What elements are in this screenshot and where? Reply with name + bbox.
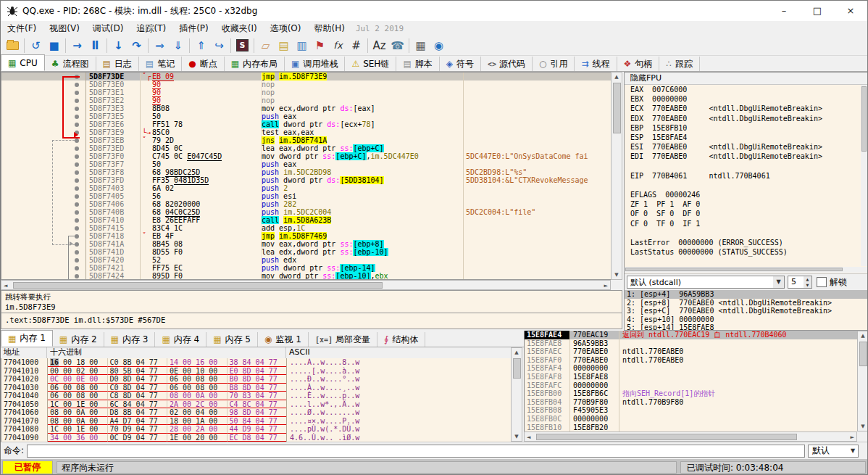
minimize-button[interactable]: – xyxy=(767,1,801,21)
attach-icon[interactable]: ↪ xyxy=(210,37,228,54)
stack-row[interactable]: 15E8FAF400000000 xyxy=(525,364,857,373)
step-into-icon[interactable]: ↓ xyxy=(109,37,128,54)
disasm-row[interactable]: 5D8F73F868 98BDC25Dpush im.5DC2BD985DC2B… xyxy=(1,168,611,176)
tab-struct[interactable]: ∮结构体 xyxy=(377,332,425,347)
dump-row[interactable]: 770410801C 00 1E 0070 D9 04 7728 00 2A 0… xyxy=(1,425,511,434)
disasm-row[interactable]: 5D8F741583C4 1Cadd esp,1C xyxy=(1,224,611,232)
tab-memory-map[interactable]: ▦内存布局 xyxy=(225,57,285,71)
step-out-icon[interactable]: ⇑ xyxy=(192,37,210,54)
disasm-vertical-scrollbar[interactable]: ▲ ▼ xyxy=(611,72,622,280)
calculator-icon[interactable]: ▦ xyxy=(412,37,430,54)
dump-row[interactable]: 770410200C 00 0E 00D0 8D 04 7706 00 08 0… xyxy=(1,375,511,384)
tab-breakpoints[interactable]: ●断点 xyxy=(182,57,224,71)
disasm-row[interactable]: 5D8F742052push edx xyxy=(1,256,611,264)
argument-row[interactable]: 2: [esp+8] 770EABE0 <ntdll.DbgUiRemoteBr… xyxy=(625,299,868,307)
stack-row[interactable]: 15E8FB08F45905E3 xyxy=(525,406,857,415)
disasm-row[interactable]: 5D8F73F0C745 0C E047C45Dmov dword ptr ss… xyxy=(1,152,611,160)
tab-memory-2[interactable]: ▦内存 2 xyxy=(53,332,104,347)
disasm-row[interactable]: 5D8F73E9└→85C0test eax,eax xyxy=(1,128,611,136)
tab-trace[interactable]: ∴跟踪 xyxy=(659,57,700,71)
arguments-panel[interactable]: 1: [esp+4] 96A59BB32: [esp+8] 770EABE0 <… xyxy=(625,290,868,330)
dump-row[interactable]: 7704107008 00 0A 00A4 D7 04 7718 00 1A 0… xyxy=(1,417,511,426)
disasm-row[interactable]: 5D8F7410E8 26EEFAFFcall im.5D8A623B xyxy=(1,216,611,224)
menu-item[interactable]: 调试(D) xyxy=(86,22,130,35)
argument-row[interactable]: 4: [esp+10] 00000000 xyxy=(625,315,868,324)
registers-vertical-scrollbar[interactable] xyxy=(861,85,868,266)
stack-row[interactable]: 15E8FB1015E8FB20 xyxy=(525,424,857,431)
registers-horizontal-scrollbar[interactable] xyxy=(625,267,868,273)
menu-item[interactable]: 帮助(H) xyxy=(307,22,351,35)
labels-icon[interactable]: ▥ xyxy=(293,37,311,54)
tab-threads[interactable]: ⇉线程 xyxy=(575,57,617,71)
disasm-row[interactable]: 5D8F73E290nop xyxy=(1,96,611,104)
dump-vertical-scrollbar[interactable]: ▲ ▼ xyxy=(511,347,522,442)
dump-row[interactable]: 7704101000 00 02 0080 5B 04 770E 00 10 0… xyxy=(1,367,511,376)
stack-row[interactable]: 15E8FAE896A59BB3 xyxy=(525,339,857,348)
memory-dump-panel[interactable]: 7704100016 00 18 00C0 8B 04 7714 00 16 0… xyxy=(1,358,511,442)
stack-row[interactable]: 15E8FAFC00000000 xyxy=(525,381,857,390)
stack-row[interactable]: 15E8FAF815E8FAE8 xyxy=(525,373,857,381)
tab-memory-4[interactable]: ▦内存 4 xyxy=(155,332,206,347)
comments-icon[interactable]: ▤ xyxy=(275,37,293,54)
dump-row[interactable]: 7704106008 00 0A 00D8 8B 04 7702 00 04 0… xyxy=(1,408,511,417)
tab-log[interactable]: ▤日志 xyxy=(96,57,139,71)
menu-item[interactable]: 选项(O) xyxy=(264,22,308,35)
execute-till-return-icon[interactable]: ⇓ xyxy=(169,37,187,54)
spin-up-icon[interactable]: ▲ xyxy=(804,276,811,282)
menu-item[interactable]: 追踪(T) xyxy=(130,22,172,35)
close-button[interactable]: × xyxy=(834,1,867,21)
run-to-user-code-icon[interactable]: ⇒ xyxy=(151,37,169,54)
registers-list[interactable]: EAX 007C6000EBX 00000000ECX 770EABE0 <nt… xyxy=(625,85,861,266)
calling-convention-select[interactable]: 默认 (stdcall) ▼ xyxy=(627,276,785,289)
disasm-row[interactable]: 5D8F7418ˇEB 4Fjmp im.5D8F7469 xyxy=(1,232,611,240)
maximize-button[interactable]: □ xyxy=(801,1,834,21)
stack-vertical-scrollbar[interactable]: ▲ ▼ xyxy=(857,331,868,431)
disasm-row[interactable]: 5D8F741D8D55 F0lea edx,dword ptr ss:[ebp… xyxy=(1,248,611,256)
disasm-row[interactable]: 5D8F7424895D F0mov dword ptr ss:[ebp-10]… xyxy=(1,272,611,280)
disasm-row[interactable]: 5D8F741A8B45 08mov eax,dword ptr ss:[ebp… xyxy=(1,240,611,248)
spin-down-icon[interactable]: ▼ xyxy=(804,282,811,288)
restart-icon[interactable]: ↺ xyxy=(27,37,45,54)
disasm-row[interactable]: 5D8F73EBˇ79 2Djns im.5D8F741A xyxy=(1,136,611,144)
hash-icon[interactable]: # xyxy=(347,37,365,54)
disasm-row[interactable]: 5D8F73E090nop xyxy=(1,80,611,88)
disasm-row[interactable]: 5D8F73FDFF35 0481D35Dpush dword ptr ds:[… xyxy=(1,176,611,184)
detach-icon[interactable]: ☎ xyxy=(388,37,406,54)
command-input[interactable] xyxy=(27,445,805,458)
argument-count-stepper[interactable]: 5 ▲▼ xyxy=(788,276,812,289)
tab-symbols[interactable]: ◈符号 xyxy=(440,57,481,71)
internet-icon[interactable]: ◉ xyxy=(430,37,448,54)
argument-row[interactable]: 3: [esp+C] 770EABE0 <ntdll.DbgUiRemoteBr… xyxy=(625,307,868,315)
disasm-row[interactable]: 5D8F7421FF75 ECpush dword ptr ss:[ebp-14… xyxy=(1,264,611,272)
disasm-row[interactable]: 5D8F73E190nop xyxy=(1,88,611,96)
run-icon[interactable]: → xyxy=(68,37,86,54)
tab-memory-1[interactable]: ▦内存 1 xyxy=(1,330,53,347)
disasm-row[interactable]: 5D8F73E550push eax xyxy=(1,112,611,120)
menu-item[interactable]: 插件(P) xyxy=(172,22,215,35)
tab-watch-1[interactable]: ◉监视 1 xyxy=(258,332,309,347)
disasm-row[interactable]: 5D8F73E6FF51 78call dword ptr ds:[ecx+78… xyxy=(1,120,611,128)
dump-row[interactable]: 7704109034 00 36 000C D9 04 771E 00 20 0… xyxy=(1,434,511,442)
functions-icon[interactable]: fx xyxy=(329,37,347,54)
tab-seh[interactable]: ⚠SEH链 xyxy=(345,57,396,71)
stack-row[interactable]: 15E8FB04770B9F80ntdll.770B9F80 xyxy=(525,398,857,407)
text-encoding-icon[interactable]: Az xyxy=(370,37,388,54)
tab-call-stack[interactable]: ▣调用堆栈 xyxy=(285,57,345,71)
dump-row[interactable]: 7704104006 00 08 00C8 8D 04 7708 00 0A 0… xyxy=(1,392,511,400)
disasm-row[interactable]: 5D8F740556push esi xyxy=(1,192,611,200)
tab-cpu[interactable]: ▦CPU xyxy=(1,54,45,71)
patch-icon[interactable]: ▱ xyxy=(256,37,275,54)
tab-notes[interactable]: ▤笔记 xyxy=(139,57,182,71)
step-over-icon[interactable]: ↷ xyxy=(128,37,146,54)
scylla-icon[interactable]: S xyxy=(233,37,251,54)
disasm-row[interactable]: 5D8F740B68 04C0C25Dpush im.5DC2C0045DC2C… xyxy=(1,208,611,216)
stack-horizontal-scrollbar[interactable]: ◄ ► xyxy=(524,431,857,442)
disasm-row[interactable]: 5D8F73E38B08mov ecx,dword ptr ds:[eax] xyxy=(1,104,611,112)
chevron-down-icon[interactable]: ▼ xyxy=(773,276,784,288)
disasm-row[interactable]: 5D8F74036A 02push 2 xyxy=(1,184,611,192)
tab-source[interactable]: <>源代码 xyxy=(481,57,533,71)
argument-row[interactable]: 5: [esp+14] 15E8FAE8 xyxy=(625,323,868,330)
stack-row[interactable]: 15E8FB0015E8FB6C指向SEH_Record[1]的指针 xyxy=(525,389,857,398)
tab-memory-5[interactable]: ▦内存 5 xyxy=(206,332,258,347)
pause-icon[interactable]: Ⅱ xyxy=(86,37,104,54)
